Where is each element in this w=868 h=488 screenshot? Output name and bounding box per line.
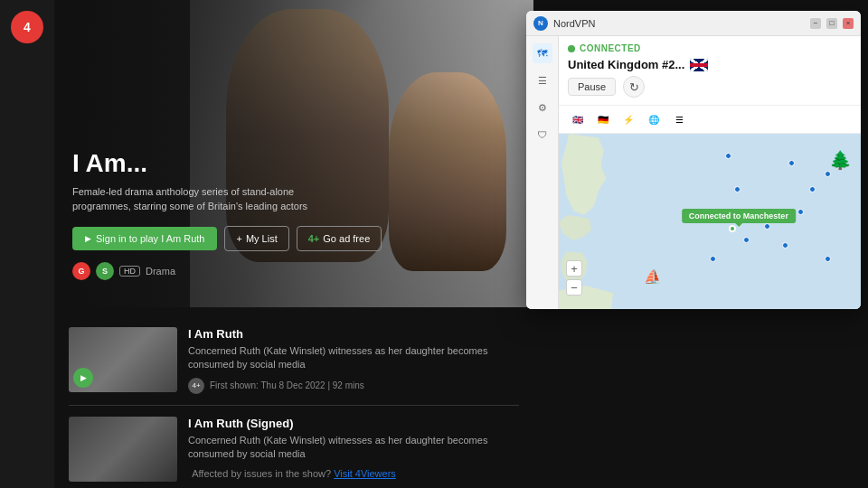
- badge-s: S: [96, 262, 114, 280]
- badge-genre: Drama: [146, 266, 175, 277]
- app-sidebar: 4: [0, 0, 54, 488]
- vpn-servers-icon[interactable]: ☰: [533, 70, 552, 90]
- episode-play-icon[interactable]: ▶: [73, 368, 93, 388]
- server-dot-1[interactable]: [734, 186, 741, 192]
- nordvpn-logo: N: [533, 16, 548, 31]
- zoom-in-button[interactable]: +: [566, 260, 582, 277]
- manchester-location-dot: [729, 225, 736, 232]
- server-dot-2[interactable]: [743, 237, 750, 243]
- server-dot-10[interactable]: [710, 256, 716, 262]
- server-dot-8[interactable]: [788, 160, 795, 166]
- episode-airdate-1: First shown: Thu 8 Dec 2022 | 92 mins: [210, 380, 364, 390]
- episode-title-1: I Am Ruth: [188, 327, 519, 341]
- episode-meta-1: 4+ First shown: Thu 8 Dec 2022 | 92 mins: [188, 378, 519, 394]
- lightning-icon[interactable]: ⚡: [618, 109, 638, 129]
- server-dot-3[interactable]: [764, 223, 770, 230]
- content-badges: G S HD Drama: [72, 262, 382, 280]
- episode-desc-2: Concerned Ruth (Kate Winslet) witnesses …: [188, 434, 519, 462]
- vpn-header: CONNECTED United Kingdom #2... Pause ↻: [559, 36, 861, 106]
- close-button[interactable]: ×: [843, 18, 854, 29]
- vpn-settings-icon[interactable]: ⚙: [533, 98, 552, 117]
- vpn-action-row: Pause ↻: [568, 76, 852, 98]
- vpn-status: CONNECTED: [568, 43, 852, 53]
- server-dot-11[interactable]: [825, 256, 831, 262]
- show-title: I Am...: [72, 149, 382, 178]
- rating-icon: 4+: [188, 378, 204, 394]
- server-dot-4[interactable]: [782, 242, 788, 249]
- hero-section: I Am... Female-led drama anthology serie…: [54, 0, 533, 307]
- vpn-pause-button[interactable]: Pause: [568, 78, 616, 96]
- episode-info-1: I Am Ruth Concerned Ruth (Kate Winslet) …: [188, 327, 519, 394]
- scotland-landmass: [559, 215, 595, 251]
- vpn-status-text: CONNECTED: [580, 43, 641, 53]
- vpn-window-title: NordVPN: [553, 18, 805, 29]
- vpn-shield-icon[interactable]: 🛡: [533, 125, 552, 145]
- uk-landmass: [559, 134, 609, 215]
- vpn-titlebar: N NordVPN − □ ×: [526, 11, 861, 36]
- vpn-body: 🗺 ☰ ⚙ 🛡 CONNECTED United Kingdom #2...: [526, 36, 861, 309]
- server-dot-5[interactable]: [797, 209, 804, 215]
- streaming-app: 4 I Am... Female-led drama anthology ser…: [0, 0, 868, 488]
- menu-icon[interactable]: ☰: [669, 109, 689, 129]
- badge-g: G: [72, 262, 90, 280]
- vpn-main: CONNECTED United Kingdom #2... Pause ↻: [559, 36, 861, 309]
- vpn-map-icon[interactable]: 🗺: [533, 43, 552, 63]
- sidebar-logo: 4: [11, 11, 43, 43]
- uk-flag-icon: [690, 59, 708, 71]
- minimize-button[interactable]: −: [810, 18, 821, 29]
- vpn-server-name: United Kingdom #2...: [568, 58, 708, 71]
- server-dot-6[interactable]: [809, 186, 816, 192]
- issue-link[interactable]: Visit 4Viewers: [334, 468, 396, 479]
- vpn-icons-row: 🇬🇧 🇩🇪 ⚡ 🌐 ☰: [559, 106, 861, 134]
- status-dot: [568, 45, 575, 52]
- show-description: Female-led drama anthology series of sta…: [72, 185, 344, 213]
- flag-de-icon[interactable]: 🇩🇪: [593, 109, 613, 129]
- issue-text: Affected by issues in the show?: [192, 468, 331, 479]
- manchester-tooltip: Connected to Manchester: [682, 209, 796, 223]
- vpn-window: N NordVPN − □ × 🗺 ☰ ⚙ 🛡 CONNECTED: [526, 11, 861, 309]
- hero-buttons: Sign in to play I Am Ruth My List Go ad …: [72, 226, 382, 251]
- sign-in-play-button[interactable]: Sign in to play I Am Ruth: [72, 227, 217, 250]
- issue-bar: Affected by issues in the show? Visit 4V…: [54, 468, 533, 479]
- vpn-connection-row: United Kingdom #2...: [568, 58, 852, 71]
- episodes-list: ▶ I Am Ruth Concerned Ruth (Kate Winslet…: [54, 307, 533, 488]
- episode-item: ▶ I Am Ruth Concerned Ruth (Kate Winslet…: [69, 316, 519, 406]
- zoom-out-button[interactable]: −: [566, 279, 582, 296]
- episode-title-2: I Am Ruth (Signed): [188, 417, 519, 430]
- tree-icon: 🌲: [829, 149, 852, 171]
- globe-icon[interactable]: 🌐: [644, 109, 664, 129]
- vpn-refresh-button[interactable]: ↻: [623, 76, 645, 98]
- flag-uk-icon[interactable]: 🇬🇧: [568, 109, 588, 129]
- hero-content: I Am... Female-led drama anthology serie…: [72, 149, 382, 280]
- maximize-button[interactable]: □: [826, 18, 837, 29]
- map-scale-controls: + −: [566, 260, 582, 296]
- episode-desc-1: Concerned Ruth (Kate Winslet) witnesses …: [188, 344, 519, 372]
- server-dot-7[interactable]: [825, 171, 831, 177]
- vpn-sidebar: 🗺 ☰ ⚙ 🛡: [526, 36, 559, 309]
- go-ad-free-button[interactable]: Go ad free: [297, 226, 382, 251]
- server-dot-9[interactable]: [725, 153, 731, 159]
- my-list-button[interactable]: My List: [224, 226, 288, 251]
- episode-thumbnail-1[interactable]: ▶: [69, 327, 177, 392]
- badge-hd: HD: [119, 266, 140, 277]
- boat-icon: ⛵: [644, 268, 662, 286]
- vpn-map[interactable]: 🌲 ⛵ Connected to Manchester: [559, 134, 861, 309]
